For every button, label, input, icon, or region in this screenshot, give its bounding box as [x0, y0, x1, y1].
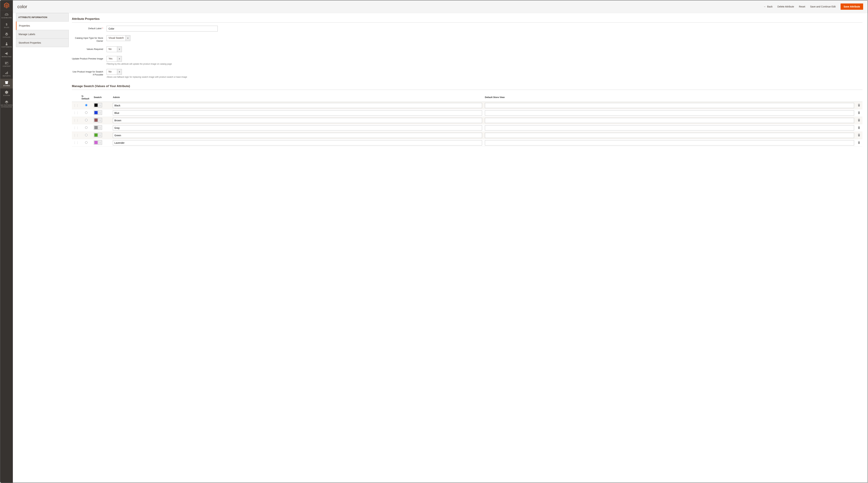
admin-label-input[interactable]	[113, 140, 482, 145]
note-update-preview: Filtering by this attribute will update …	[106, 63, 218, 65]
drag-handle-icon[interactable]: ⋮⋮	[72, 132, 80, 139]
svg-rect-7	[7, 72, 8, 74]
store-view-label-input[interactable]	[485, 103, 854, 108]
select-input-type[interactable]: Visual Swatch ▼	[106, 35, 130, 41]
nav-marketing[interactable]: MARKETING	[0, 50, 13, 59]
reset-button[interactable]: Reset	[799, 5, 805, 8]
arrow-down-icon: ↓	[98, 133, 102, 137]
delete-row-button[interactable]	[856, 117, 863, 124]
label-update-preview: Update Product Preview Image	[72, 56, 106, 60]
tab-properties[interactable]: Properties	[16, 22, 69, 30]
is-default-radio[interactable]	[85, 126, 88, 129]
select-use-product-image[interactable]: No ▼	[106, 69, 122, 75]
is-default-radio[interactable]	[85, 141, 88, 144]
delete-row-button[interactable]	[856, 102, 863, 109]
nav-content[interactable]: CONTENT	[0, 59, 13, 69]
swatch-picker[interactable]: ↓	[94, 118, 102, 122]
label-use-product-image: Use Product Image for Swatch if Possible	[72, 69, 106, 76]
drag-handle-icon[interactable]: ⋮⋮	[72, 102, 80, 109]
nav-reports[interactable]: REPORTS	[0, 69, 13, 79]
swatch-picker[interactable]: ↓	[94, 103, 102, 107]
nav-stores[interactable]: STORES	[0, 79, 13, 88]
is-default-radio[interactable]	[85, 104, 88, 106]
section-manage-swatch: Manage Swatch (Values of Your Attribute)…	[72, 84, 863, 147]
swatch-picker[interactable]: ↓	[94, 110, 102, 115]
swatch-row: ⋮⋮↓	[72, 117, 863, 124]
col-swatch: Swatch	[92, 93, 112, 102]
chevron-down-icon: ▼	[125, 35, 130, 41]
chevron-down-icon: ▼	[117, 56, 122, 62]
nav-system[interactable]: SYSTEM	[0, 88, 13, 98]
arrow-down-icon: ↓	[98, 111, 102, 115]
nav-customers[interactable]: CUSTOMERS	[0, 40, 13, 50]
store-view-label-input[interactable]	[485, 110, 854, 116]
select-values-required[interactable]: No ▼	[106, 47, 122, 52]
arrow-down-icon: ↓	[98, 140, 102, 145]
attribute-info-panel: ATTRIBUTE INFORMATION Properties Manage …	[13, 13, 72, 483]
admin-nav: DASHBOARD $ SALES CATALOG CUSTOMERS MARK…	[0, 0, 13, 483]
admin-label-input[interactable]	[113, 110, 482, 116]
delete-attribute-button[interactable]: Delete Attribute	[777, 5, 794, 8]
swatch-table: Is Default Swatch Admin Default Store Vi…	[72, 93, 863, 147]
nav-sales[interactable]: $ SALES	[0, 21, 13, 30]
admin-label-input[interactable]	[113, 103, 482, 108]
store-view-label-input[interactable]	[485, 125, 854, 131]
admin-label-input[interactable]	[113, 133, 482, 138]
svg-rect-3	[5, 62, 6, 64]
swatch-picker[interactable]: ↓	[94, 133, 102, 137]
swatch-chip	[94, 125, 98, 130]
content-icon	[5, 61, 8, 65]
label-values-required: Values Required	[72, 47, 106, 51]
gear-icon	[5, 90, 8, 94]
nav-dashboard[interactable]: DASHBOARD	[0, 11, 13, 21]
save-attribute-button[interactable]: Save Attribute	[841, 3, 863, 10]
dollar-icon: $	[5, 23, 8, 26]
input-default-label[interactable]	[106, 26, 218, 31]
label-input-type: Catalog Input Type for Store Owner	[72, 35, 106, 42]
nav-catalog[interactable]: CATALOG	[0, 30, 13, 40]
swatch-chip	[94, 140, 98, 145]
is-default-radio[interactable]	[85, 111, 88, 114]
drag-handle-icon[interactable]: ⋮⋮	[72, 109, 80, 117]
note-use-product-image: Allows use fallback logic for replacing …	[106, 76, 218, 78]
arrow-down-icon: ↓	[98, 118, 102, 122]
admin-label-input[interactable]	[113, 125, 482, 131]
col-store-view: Default Store View	[484, 93, 856, 102]
store-view-label-input[interactable]	[485, 118, 854, 123]
is-default-radio[interactable]	[85, 134, 88, 136]
nav-partners[interactable]: ND PARTNERS EXTENSIONS	[0, 98, 13, 110]
tab-manage-labels[interactable]: Manage Labels	[16, 30, 69, 38]
admin-label-input[interactable]	[113, 118, 482, 123]
tab-storefront-properties[interactable]: Storefront Properties	[16, 38, 69, 47]
chevron-down-icon: ▼	[117, 69, 122, 75]
swatch-chip	[94, 118, 98, 122]
delete-row-button[interactable]	[856, 124, 863, 132]
swatch-chip	[94, 111, 98, 115]
delete-row-button[interactable]	[856, 132, 863, 139]
col-is-default: Is Default	[80, 93, 92, 102]
partners-icon	[5, 100, 8, 104]
drag-handle-icon[interactable]: ⋮⋮	[72, 124, 80, 132]
swatch-row: ⋮⋮↓	[72, 124, 863, 132]
chevron-down-icon: ▼	[117, 47, 122, 52]
delete-row-button[interactable]	[856, 139, 863, 146]
catalog-icon	[5, 32, 8, 36]
delete-row-button[interactable]	[856, 109, 863, 117]
svg-point-1	[6, 42, 7, 44]
store-view-label-input[interactable]	[485, 140, 854, 145]
magento-logo[interactable]	[0, 0, 13, 11]
drag-handle-icon[interactable]: ⋮⋮	[72, 139, 80, 146]
save-continue-button[interactable]: Save and Continue Edit	[810, 5, 836, 8]
swatch-picker[interactable]: ↓	[94, 125, 102, 130]
select-update-preview[interactable]: Yes ▼	[106, 56, 122, 62]
dashboard-icon	[5, 13, 8, 16]
svg-rect-2	[5, 62, 8, 64]
swatch-chip	[94, 133, 98, 137]
is-default-radio[interactable]	[85, 119, 88, 121]
store-view-label-input[interactable]	[485, 133, 854, 138]
page-header: color ← Back Delete Attribute Reset Save…	[13, 0, 868, 13]
back-button[interactable]: ← Back	[764, 5, 773, 8]
drag-handle-icon[interactable]: ⋮⋮	[72, 117, 80, 124]
section-title-swatch: Manage Swatch (Values of Your Attribute)	[72, 84, 863, 90]
swatch-picker[interactable]: ↓	[94, 140, 102, 145]
